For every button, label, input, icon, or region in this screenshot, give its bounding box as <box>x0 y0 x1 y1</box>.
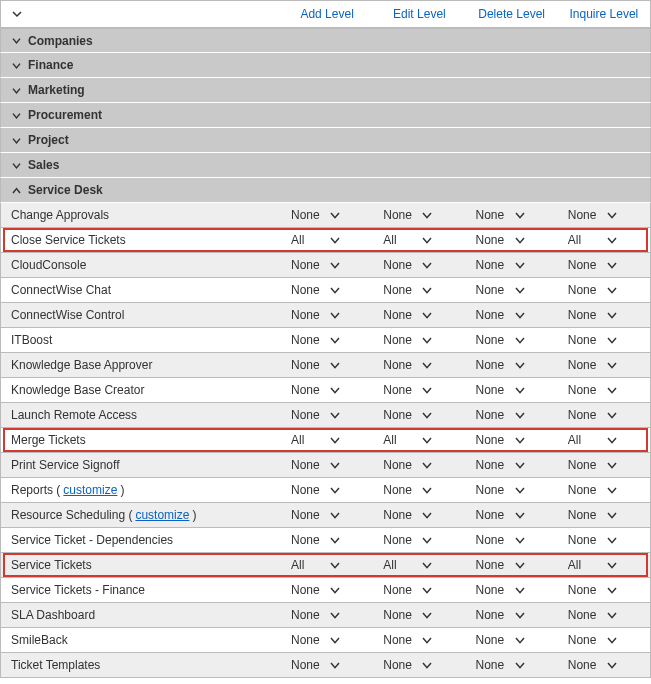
level-dropdown[interactable]: None <box>558 583 650 597</box>
level-dropdown[interactable]: None <box>281 583 373 597</box>
level-dropdown[interactable]: All <box>558 558 650 572</box>
section-row[interactable]: Finance <box>0 53 651 78</box>
level-dropdown[interactable]: None <box>373 583 465 597</box>
level-value: None <box>474 633 512 647</box>
level-dropdown[interactable]: None <box>466 558 558 572</box>
level-dropdown[interactable]: All <box>281 433 373 447</box>
level-dropdown[interactable]: None <box>281 633 373 647</box>
level-dropdown[interactable]: None <box>373 258 465 272</box>
level-dropdown[interactable]: None <box>558 608 650 622</box>
level-dropdown[interactable]: None <box>558 358 650 372</box>
level-dropdown[interactable]: None <box>281 333 373 347</box>
level-dropdown[interactable]: None <box>281 383 373 397</box>
level-dropdown[interactable]: None <box>281 483 373 497</box>
level-dropdown[interactable]: None <box>558 383 650 397</box>
level-dropdown[interactable]: None <box>281 533 373 547</box>
level-dropdown[interactable]: None <box>281 358 373 372</box>
level-dropdown[interactable]: None <box>281 458 373 472</box>
level-dropdown[interactable]: None <box>373 283 465 297</box>
level-dropdown[interactable]: None <box>466 208 558 222</box>
level-dropdown[interactable]: None <box>466 358 558 372</box>
section-row[interactable]: Marketing <box>0 78 651 103</box>
level-dropdown[interactable]: None <box>466 608 558 622</box>
level-dropdown[interactable]: None <box>558 658 650 672</box>
chevron-down-icon <box>512 434 550 446</box>
level-dropdown[interactable]: None <box>373 633 465 647</box>
level-dropdown[interactable]: None <box>466 408 558 422</box>
level-dropdown[interactable]: None <box>281 408 373 422</box>
customize-link[interactable]: customize <box>135 508 189 522</box>
level-dropdown[interactable]: None <box>281 258 373 272</box>
level-dropdown[interactable]: None <box>558 533 650 547</box>
level-dropdown[interactable]: None <box>466 483 558 497</box>
level-dropdown[interactable]: None <box>373 483 465 497</box>
level-dropdown[interactable]: None <box>281 308 373 322</box>
section-row[interactable]: Sales <box>0 153 651 178</box>
permission-row: SmileBackNoneNoneNoneNone <box>0 628 651 653</box>
level-dropdown[interactable]: None <box>373 383 465 397</box>
level-dropdown[interactable]: All <box>281 233 373 247</box>
level-dropdown[interactable]: None <box>281 608 373 622</box>
level-dropdown[interactable]: None <box>466 383 558 397</box>
level-dropdown[interactable]: None <box>466 533 558 547</box>
level-dropdown[interactable]: All <box>373 558 465 572</box>
header-expand-toggle[interactable] <box>1 8 281 20</box>
level-dropdown[interactable]: None <box>373 333 465 347</box>
level-dropdown[interactable]: None <box>558 208 650 222</box>
level-dropdown[interactable]: None <box>558 633 650 647</box>
column-header-inquire[interactable]: Inquire Level <box>558 7 650 21</box>
level-dropdown[interactable]: All <box>281 558 373 572</box>
level-dropdown[interactable]: None <box>558 408 650 422</box>
section-row[interactable]: Procurement <box>0 103 651 128</box>
chevron-down-icon <box>327 559 365 571</box>
level-dropdown[interactable]: None <box>281 208 373 222</box>
level-dropdown[interactable]: None <box>466 433 558 447</box>
level-dropdown[interactable]: None <box>466 308 558 322</box>
level-dropdown[interactable]: None <box>558 308 650 322</box>
column-header-add[interactable]: Add Level <box>281 7 373 21</box>
level-dropdown[interactable]: None <box>373 358 465 372</box>
level-dropdown[interactable]: None <box>373 408 465 422</box>
level-dropdown[interactable]: None <box>281 283 373 297</box>
level-dropdown[interactable]: None <box>558 483 650 497</box>
column-header-edit[interactable]: Edit Level <box>373 7 465 21</box>
section-row[interactable]: Companies <box>0 28 651 53</box>
customize-link[interactable]: customize <box>63 483 117 497</box>
level-dropdown[interactable]: None <box>466 233 558 247</box>
level-dropdown[interactable]: None <box>373 658 465 672</box>
level-dropdown[interactable]: None <box>558 508 650 522</box>
level-dropdown[interactable]: None <box>466 258 558 272</box>
level-dropdown[interactable]: None <box>466 333 558 347</box>
level-dropdown[interactable]: None <box>281 508 373 522</box>
level-dropdown[interactable]: None <box>466 633 558 647</box>
level-dropdown[interactable]: All <box>558 233 650 247</box>
level-dropdown[interactable]: All <box>373 433 465 447</box>
level-dropdown[interactable]: None <box>373 308 465 322</box>
level-value: None <box>474 283 512 297</box>
level-value: All <box>381 558 419 572</box>
chevron-down-icon <box>604 384 642 396</box>
permission-label: Launch Remote Access <box>1 408 281 422</box>
level-dropdown[interactable]: None <box>558 458 650 472</box>
level-dropdown[interactable]: All <box>558 433 650 447</box>
level-dropdown[interactable]: None <box>466 458 558 472</box>
level-dropdown[interactable]: None <box>373 208 465 222</box>
level-dropdown[interactable]: None <box>466 583 558 597</box>
level-dropdown[interactable]: None <box>373 458 465 472</box>
column-header-delete[interactable]: Delete Level <box>466 7 558 21</box>
level-dropdown[interactable]: None <box>466 283 558 297</box>
section-row[interactable]: Project <box>0 128 651 153</box>
level-dropdown[interactable]: All <box>373 233 465 247</box>
chevron-down-icon <box>11 110 22 121</box>
level-dropdown[interactable]: None <box>466 508 558 522</box>
level-dropdown[interactable]: None <box>373 533 465 547</box>
level-dropdown[interactable]: None <box>373 508 465 522</box>
level-dropdown[interactable]: None <box>373 608 465 622</box>
level-value: All <box>381 233 419 247</box>
section-row[interactable]: Service Desk <box>0 178 651 203</box>
level-dropdown[interactable]: None <box>281 658 373 672</box>
level-dropdown[interactable]: None <box>558 283 650 297</box>
level-dropdown[interactable]: None <box>558 333 650 347</box>
level-dropdown[interactable]: None <box>558 258 650 272</box>
level-dropdown[interactable]: None <box>466 658 558 672</box>
